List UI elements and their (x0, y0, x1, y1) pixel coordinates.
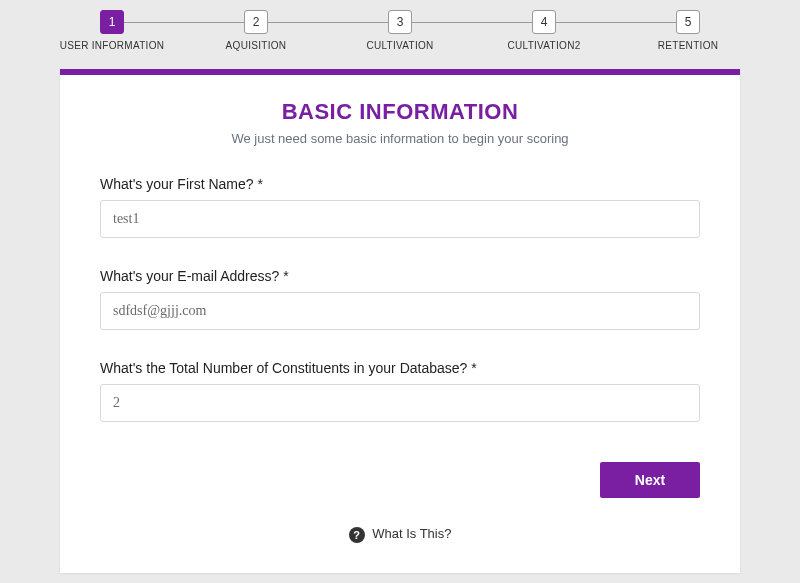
form-actions: Next (60, 452, 740, 498)
step-number: 5 (676, 10, 700, 34)
constituents-label: What's the Total Number of Constituents … (100, 360, 700, 376)
constituents-input[interactable] (100, 384, 700, 422)
step-label: CULTIVATION2 (472, 40, 616, 51)
email-label: What's your E-mail Address? * (100, 268, 700, 284)
step-cultivation[interactable]: 3 CULTIVATION (328, 10, 472, 51)
step-number: 3 (388, 10, 412, 34)
progress-stepper: 1 USER INFORMATION 2 AQUISITION 3 CULTIV… (0, 0, 800, 51)
form-body: What's your First Name? * What's your E-… (60, 156, 740, 422)
first-name-label: What's your First Name? * (100, 176, 700, 192)
page-subtitle: We just need some basic information to b… (80, 131, 720, 146)
email-input[interactable] (100, 292, 700, 330)
step-label: USER INFORMATION (40, 40, 184, 51)
field-first-name: What's your First Name? * (100, 176, 700, 238)
step-retention[interactable]: 5 RETENTION (616, 10, 760, 51)
form-footer: ? What Is This? (60, 498, 740, 543)
first-name-input[interactable] (100, 200, 700, 238)
step-number: 1 (100, 10, 124, 34)
field-constituents: What's the Total Number of Constituents … (100, 360, 700, 422)
step-connector (256, 22, 400, 23)
step-label: AQUISITION (184, 40, 328, 51)
form-header: BASIC INFORMATION We just need some basi… (60, 75, 740, 156)
field-email: What's your E-mail Address? * (100, 268, 700, 330)
help-icon[interactable]: ? (349, 527, 365, 543)
step-label: CULTIVATION (328, 40, 472, 51)
form-card: BASIC INFORMATION We just need some basi… (60, 69, 740, 573)
help-link[interactable]: What Is This? (372, 526, 451, 541)
step-aquisition[interactable]: 2 AQUISITION (184, 10, 328, 51)
step-connector (400, 22, 544, 23)
step-number: 2 (244, 10, 268, 34)
step-label: RETENTION (616, 40, 760, 51)
step-cultivation2[interactable]: 4 CULTIVATION2 (472, 10, 616, 51)
next-button[interactable]: Next (600, 462, 700, 498)
step-user-information[interactable]: 1 USER INFORMATION (40, 10, 184, 51)
step-number: 4 (532, 10, 556, 34)
step-connector (544, 22, 688, 23)
step-connector (112, 22, 256, 23)
page-title: BASIC INFORMATION (80, 99, 720, 125)
